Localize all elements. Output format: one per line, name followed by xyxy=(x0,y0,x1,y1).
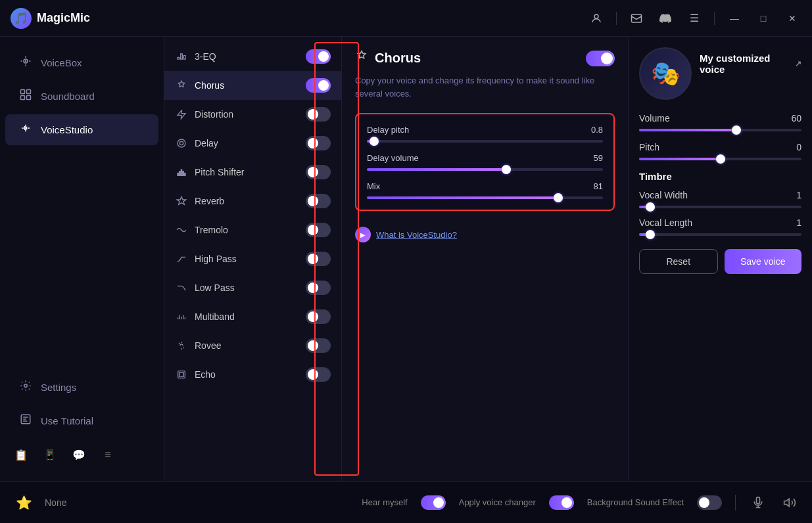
rp-slider-thumb-vocal-length[interactable] xyxy=(646,230,655,239)
effect-label-pitchshifter: Pitch Shifter xyxy=(195,167,306,177)
footer-icon-2[interactable]: 📱 xyxy=(42,447,58,463)
effect-item-pitchshifter[interactable]: Pitch Shifter xyxy=(164,158,341,187)
slider-thumb-mix[interactable] xyxy=(554,193,563,202)
effect-item-rovee[interactable]: Rovee xyxy=(164,331,341,360)
what-is-link[interactable]: ▶ What is VoiceStudio? xyxy=(355,227,615,242)
pitchshifter-icon xyxy=(175,166,188,179)
save-voice-button[interactable]: Save voice xyxy=(725,249,802,274)
mail-icon[interactable] xyxy=(627,9,646,28)
rp-label-row-pitch: Pitch 0 xyxy=(639,142,801,152)
effect-item-distortion[interactable]: Distortion xyxy=(164,100,341,129)
bg-sound-label: Background Sound Effect xyxy=(587,497,684,507)
effect-toggle-eq3[interactable] xyxy=(306,49,331,64)
discord-icon[interactable] xyxy=(656,9,675,28)
slider-thumb-delay-pitch[interactable] xyxy=(370,137,379,146)
sidebar-item-settings[interactable]: Settings xyxy=(5,372,158,403)
effect-item-eq3[interactable]: 3-EQ xyxy=(164,42,341,71)
footer-icon-3[interactable]: 💬 xyxy=(71,447,87,463)
rp-label-row-vocal-width: Vocal Width 1 xyxy=(639,190,801,200)
svg-point-0 xyxy=(594,14,598,18)
rp-value-pitch: 0 xyxy=(796,142,801,152)
effect-item-lowpass[interactable]: Low Pass xyxy=(164,273,341,302)
rp-slider-thumb-pitch[interactable] xyxy=(716,154,725,164)
bg-sound-toggle[interactable] xyxy=(697,495,722,510)
effect-toggle-rovee[interactable] xyxy=(306,338,331,353)
effect-item-tremolo[interactable]: Tremolo xyxy=(164,216,341,244)
main-layout: VoiceBox Soundboard xyxy=(0,37,812,481)
param-row-delay-volume: Delay volume 59 xyxy=(367,153,603,171)
effects-wrapper: 3-EQ Chorus Dist xyxy=(164,37,342,481)
params-box: Delay pitch 0.8 Delay volume 59 xyxy=(355,113,615,211)
effect-header: Chorus xyxy=(355,50,615,66)
external-link-icon[interactable]: ↗ xyxy=(795,59,801,68)
minimize-button[interactable]: — xyxy=(725,9,744,28)
apply-voice-toggle[interactable] xyxy=(549,495,574,510)
rp-slider-track-volume[interactable] xyxy=(639,129,801,131)
svg-rect-1 xyxy=(632,14,642,22)
multiband-icon xyxy=(175,310,188,323)
effect-toggle-reverb[interactable] xyxy=(306,194,331,208)
sidebar-item-soundboard[interactable]: Soundboard xyxy=(5,81,158,112)
rp-slider-thumb-volume[interactable] xyxy=(732,125,741,135)
rp-label-row-vocal-length: Vocal Length 1 xyxy=(639,217,801,228)
hear-myself-label: Hear myself xyxy=(362,497,407,507)
hear-myself-toggle[interactable] xyxy=(421,495,446,510)
effect-toggle-delay[interactable] xyxy=(306,136,331,150)
menu-icon[interactable]: ☰ xyxy=(685,9,704,28)
effect-toggle-multiband[interactable] xyxy=(306,309,331,324)
effect-toggle-echo[interactable] xyxy=(306,367,331,382)
effect-item-multiband[interactable]: Multiband xyxy=(164,302,341,331)
effect-toggle-pitchshifter[interactable] xyxy=(306,165,331,179)
rp-slider-thumb-vocal-width[interactable] xyxy=(646,202,655,212)
effect-item-delay[interactable]: Delay xyxy=(164,129,341,158)
tremolo-icon xyxy=(175,223,188,237)
rp-value-vocal-length: 1 xyxy=(796,217,801,228)
param-value-mix: 81 xyxy=(594,181,603,191)
maximize-button[interactable]: □ xyxy=(754,9,773,28)
logo-icon: 🎵 xyxy=(11,8,32,29)
footer-icon-4[interactable]: ≡ xyxy=(100,447,116,463)
effect-item-echo[interactable]: Echo xyxy=(164,360,341,389)
slider-thumb-delay-volume[interactable] xyxy=(502,165,511,174)
effect-item-chorus[interactable]: Chorus xyxy=(164,71,341,100)
effect-label-multiband: Multiband xyxy=(195,311,306,322)
footer-icon-1[interactable]: 📋 xyxy=(13,447,29,463)
voicestudio-link[interactable]: VoiceStudio? xyxy=(407,230,457,240)
svg-marker-20 xyxy=(784,499,790,507)
slider-track-delay-volume[interactable] xyxy=(367,168,603,171)
effect-item-reverb[interactable]: Reverb xyxy=(164,187,341,216)
effect-toggle-tremolo[interactable] xyxy=(306,223,331,237)
sidebar-label-tutorial: Use Tutorial xyxy=(41,415,93,426)
effect-header-icon xyxy=(355,50,368,66)
sidebar-item-voicebox[interactable]: VoiceBox xyxy=(5,47,158,78)
rp-slider-track-vocal-length[interactable] xyxy=(639,233,801,236)
effect-toggle-distortion[interactable] xyxy=(306,107,331,122)
rp-slider-track-pitch[interactable] xyxy=(639,158,801,160)
rp-section-vocal-width: Vocal Width 1 xyxy=(639,190,801,208)
effect-toggle-chorus[interactable] xyxy=(306,78,331,93)
slider-track-delay-pitch[interactable] xyxy=(367,140,603,143)
effect-label-echo: Echo xyxy=(195,369,306,380)
slider-track-mix[interactable] xyxy=(367,196,603,199)
effect-toggle-lowpass[interactable] xyxy=(306,281,331,295)
highpass-icon xyxy=(175,252,188,265)
rp-slider-track-vocal-width[interactable] xyxy=(639,206,801,208)
reset-button[interactable]: Reset xyxy=(639,249,718,274)
mic-icon[interactable] xyxy=(749,493,767,512)
close-button[interactable]: ✕ xyxy=(783,9,801,28)
user-icon[interactable] xyxy=(587,9,606,28)
sidebar-label-settings: Settings xyxy=(41,382,76,393)
effect-label-reverb: Reverb xyxy=(195,196,306,206)
app-logo: 🎵 MagicMic xyxy=(11,8,90,29)
effect-description: Copy your voice and change its frequency… xyxy=(355,74,615,100)
speaker-icon[interactable] xyxy=(780,493,799,512)
effect-toggle-highpass[interactable] xyxy=(306,252,331,266)
svg-rect-19 xyxy=(757,497,760,503)
effect-label-distortion: Distortion xyxy=(195,109,306,120)
sidebar-item-voicestudio[interactable]: VoiceStudio xyxy=(5,114,158,145)
effect-header-toggle[interactable] xyxy=(586,51,615,66)
sidebar-item-tutorial[interactable]: Use Tutorial xyxy=(5,405,158,436)
effect-item-highpass[interactable]: High Pass xyxy=(164,244,341,273)
rp-label-volume: Volume xyxy=(639,113,670,124)
delay-icon xyxy=(175,137,188,150)
